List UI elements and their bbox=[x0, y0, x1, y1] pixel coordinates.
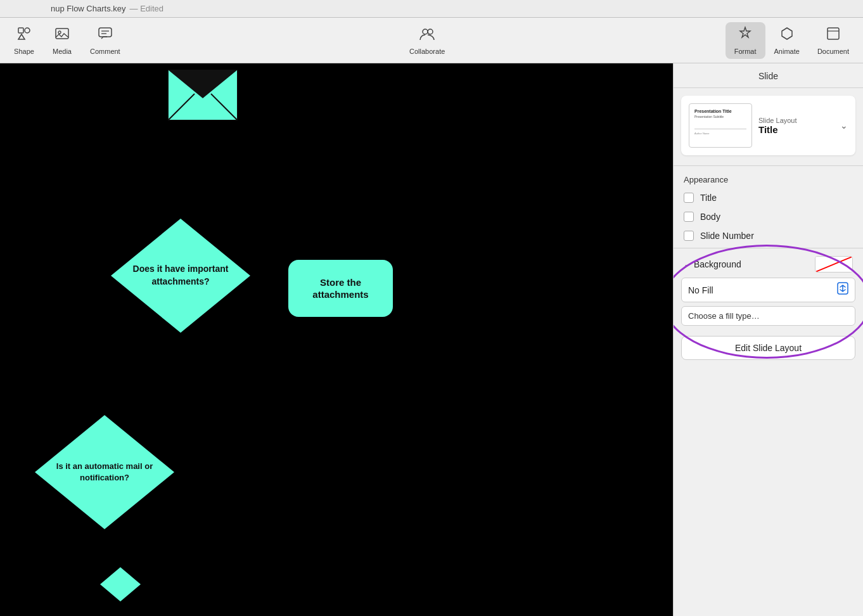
envelope-shape bbox=[168, 70, 238, 120]
slide-layout-chevron[interactable]: ⌄ bbox=[840, 120, 848, 131]
diamond3-shape bbox=[98, 565, 143, 603]
format-label: Format bbox=[734, 48, 757, 55]
collaborate-icon bbox=[419, 26, 435, 45]
svg-point-3 bbox=[58, 31, 61, 34]
slide-layout-name: Title bbox=[758, 124, 834, 135]
background-chevron[interactable]: ⌄ bbox=[684, 260, 690, 269]
format-icon bbox=[738, 26, 753, 45]
background-wrapper: ⌄ Background No Fill Choose a fill type… bbox=[674, 251, 863, 331]
collaborate-label: Collaborate bbox=[409, 48, 445, 55]
main-area: Does it have important attachments? Stor… bbox=[0, 63, 863, 616]
no-fill-label: No Fill bbox=[688, 285, 837, 295]
shape-tool[interactable]: Shape bbox=[5, 22, 43, 59]
comment-tool[interactable]: Comment bbox=[81, 22, 129, 59]
title-checkbox-row: Title bbox=[674, 188, 863, 207]
animate-icon bbox=[779, 26, 795, 45]
background-color-swatch[interactable] bbox=[815, 256, 853, 273]
slide-number-checkbox-label: Slide Number bbox=[700, 231, 754, 241]
body-checkbox-label: Body bbox=[700, 212, 720, 222]
store-attachments-label: Store the attachments bbox=[312, 276, 368, 301]
choose-fill-row[interactable]: Choose a fill type… bbox=[681, 306, 855, 326]
divider1 bbox=[674, 165, 863, 166]
background-section: ⌄ Background No Fill Choose a fill type… bbox=[681, 251, 855, 326]
right-panel: Slide Presentation Title Presentation Su… bbox=[673, 63, 863, 616]
slide-number-checkbox[interactable] bbox=[684, 231, 694, 241]
thumb-title: Presentation Title bbox=[694, 109, 746, 113]
svg-point-8 bbox=[428, 29, 433, 34]
slide-number-checkbox-row: Slide Number bbox=[674, 226, 863, 245]
svg-marker-22 bbox=[100, 567, 141, 601]
title-checkbox-label: Title bbox=[700, 193, 717, 203]
svg-point-1 bbox=[25, 28, 30, 33]
background-label: Background bbox=[694, 259, 811, 269]
svg-rect-0 bbox=[18, 28, 23, 33]
thumb-footer: Author Name bbox=[694, 132, 746, 135]
choose-fill-label: Choose a fill type… bbox=[688, 311, 760, 321]
shape-icon bbox=[16, 26, 32, 45]
store-attachments-shape: Store the attachments bbox=[288, 260, 393, 317]
fill-stepper-icon[interactable] bbox=[837, 282, 848, 298]
titlebar: nup Flow Charts.key — Edited bbox=[0, 0, 863, 18]
shape-label: Shape bbox=[14, 48, 34, 55]
document-tool[interactable]: Document bbox=[809, 22, 858, 59]
toolbar: Shape Media Comment Collaborate Format bbox=[0, 18, 863, 63]
media-icon bbox=[54, 26, 70, 45]
document-status: — Edited bbox=[130, 4, 164, 13]
media-tool[interactable]: Media bbox=[43, 22, 81, 59]
thumb-line bbox=[694, 129, 746, 129]
comment-label: Comment bbox=[90, 48, 120, 55]
canvas[interactable]: Does it have important attachments? Stor… bbox=[0, 63, 673, 616]
panel-title: Slide bbox=[674, 63, 863, 88]
svg-marker-10 bbox=[782, 28, 792, 39]
title-checkbox[interactable] bbox=[684, 193, 694, 203]
svg-marker-9 bbox=[740, 27, 750, 37]
svg-rect-11 bbox=[828, 28, 839, 39]
edit-slide-layout-button[interactable]: Edit Slide Layout bbox=[681, 336, 855, 360]
slide-layout-label: Slide Layout bbox=[758, 117, 834, 124]
slide-thumbnail: Presentation Title Presentation Subtitle… bbox=[689, 103, 752, 148]
document-title: nup Flow Charts.key bbox=[51, 4, 126, 13]
format-tool[interactable]: Format bbox=[726, 22, 765, 59]
animate-tool[interactable]: Animate bbox=[765, 22, 809, 59]
document-icon bbox=[826, 26, 841, 45]
document-label: Document bbox=[817, 48, 849, 55]
no-fill-row[interactable]: No Fill bbox=[681, 278, 855, 302]
diamond2-label: Is it an automatic mail or notification? bbox=[32, 412, 177, 532]
toolbar-right: Format Animate Document bbox=[726, 22, 858, 59]
animate-label: Animate bbox=[774, 48, 800, 55]
comment-icon bbox=[98, 26, 113, 45]
appearance-label: Appearance bbox=[674, 169, 863, 188]
diamond2-shape: Is it an automatic mail or notification? bbox=[32, 412, 177, 532]
svg-rect-2 bbox=[56, 29, 68, 39]
body-checkbox[interactable] bbox=[684, 212, 694, 222]
svg-rect-4 bbox=[99, 28, 112, 37]
slide-layout-info: Slide Layout Title bbox=[758, 117, 834, 135]
collaborate-tool[interactable]: Collaborate bbox=[400, 22, 454, 59]
body-checkbox-row: Body bbox=[674, 207, 863, 226]
diamond1-label: Does it have important attachments? bbox=[108, 215, 253, 336]
divider2 bbox=[674, 248, 863, 248]
media-label: Media bbox=[53, 48, 72, 55]
background-header: ⌄ Background bbox=[681, 251, 855, 278]
diamond1-shape: Does it have important attachments? bbox=[108, 215, 253, 336]
slide-layout-section: Presentation Title Presentation Subtitle… bbox=[681, 96, 855, 155]
svg-point-7 bbox=[423, 29, 428, 34]
thumb-subtitle: Presentation Subtitle bbox=[694, 115, 746, 119]
